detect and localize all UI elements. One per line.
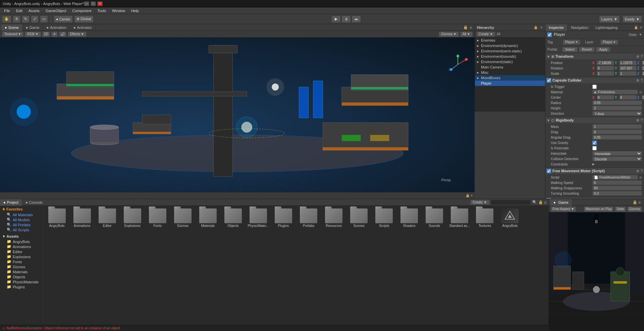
assets-editor[interactable]: 📁 Editor <box>0 249 43 254</box>
hierarchy-item-enemies[interactable]: ▶ Enemies <box>475 38 545 43</box>
menu-component[interactable]: Component <box>69 8 94 13</box>
tab-project[interactable]: ● Project <box>0 199 22 206</box>
position-x-input[interactable] <box>597 60 614 65</box>
fav-all-scripts[interactable]: 🔍 All Scripts <box>0 227 43 232</box>
inspector-menu-btn[interactable]: ≡ <box>639 26 643 29</box>
play-button[interactable]: ▶ <box>331 15 341 23</box>
favorites-header[interactable]: ★ Favorites <box>0 206 43 212</box>
rotation-x-input[interactable] <box>597 66 614 70</box>
game-menu-btn[interactable]: ≡ <box>639 200 641 204</box>
fmm-settings-btn[interactable]: ⚙ <box>636 169 639 173</box>
transform-help-btn[interactable]: ? <box>641 55 643 58</box>
menu-assets[interactable]: Assets <box>26 8 42 13</box>
folder-standard-assets[interactable]: Standard as... <box>448 207 472 229</box>
direction-select[interactable]: Y-Axis <box>592 111 642 116</box>
layout-dropdown[interactable]: Easily ▼ <box>623 15 642 23</box>
step-button[interactable]: ⏭ <box>352 15 361 23</box>
fmm-script-ref[interactable]: 📄 FreeMovementMotor <box>592 175 638 180</box>
is-trigger-checkbox[interactable] <box>592 85 597 89</box>
game-canvas[interactable]: ⏸ <box>549 212 644 331</box>
stats-btn[interactable]: Stats <box>615 206 626 212</box>
assets-explosions[interactable]: 📁 Explosions <box>0 254 43 259</box>
menu-window[interactable]: Window <box>109 8 128 13</box>
position-y-input[interactable] <box>619 60 637 65</box>
scale-y-input[interactable] <box>619 71 637 76</box>
tab-scene[interactable]: ● Scene <box>1 24 22 31</box>
assets-animations[interactable]: 📁 Animations <box>0 244 43 249</box>
rigidbody-help-btn[interactable]: ? <box>641 119 643 122</box>
fav-all-models[interactable]: 🔍 All Models <box>0 217 43 222</box>
prefab-apply-btn[interactable]: Apply <box>596 47 610 52</box>
interpolate-select[interactable]: Interpolate <box>592 151 642 156</box>
effects-dropdown[interactable]: Effects ▼ <box>68 32 87 37</box>
project-create-btn[interactable]: Create ▼ <box>470 200 489 205</box>
assets-plugins[interactable]: 📁 Plugins <box>0 284 43 289</box>
height-input[interactable] <box>592 106 642 110</box>
folder-shaders[interactable]: Shaders <box>397 207 421 229</box>
project-menu-btn[interactable]: ≡ <box>544 200 546 204</box>
menu-gameobject[interactable]: GameObject <box>43 8 69 13</box>
material-ref[interactable]: ◈ Frictionless <box>592 90 638 94</box>
collision-detection-select[interactable]: Discrete <box>592 156 642 161</box>
aspect-ratio-dropdown[interactable]: Free Aspect ▼ <box>551 206 576 212</box>
assets-physic-materials[interactable]: 📁 PhysicMaterials <box>0 279 43 284</box>
tab-inspector[interactable]: Inspector <box>545 24 568 31</box>
game-gizmos-btn[interactable]: Gizmos <box>627 206 642 212</box>
maximize-button[interactable]: □ <box>91 1 96 6</box>
folder-prefabs[interactable]: Prefabs <box>297 207 321 229</box>
gizmos-dropdown[interactable]: Gizmos ▼ <box>439 32 459 37</box>
folder-materials[interactable]: Materials <box>196 207 220 229</box>
angular-drag-input[interactable] <box>592 135 642 140</box>
folder-sounds[interactable]: Sounds <box>423 207 446 229</box>
rigidbody-header[interactable]: ▼ ⬡ Rigidbody ⚙ ? <box>545 117 644 123</box>
2d-mode-btn[interactable]: 2D <box>42 32 50 37</box>
maximize-on-play-btn[interactable]: Maximize on Play <box>584 206 613 212</box>
fmm-script-picker-icon[interactable]: ⊙ <box>639 176 642 179</box>
scale-x-input[interactable] <box>597 71 614 76</box>
walking-snappyness-input[interactable] <box>592 186 642 190</box>
transform-header[interactable]: ▼ ⊞ Transform ⚙ ? <box>545 53 644 59</box>
project-search-input[interactable] <box>491 200 531 205</box>
use-gravity-checkbox[interactable] <box>592 141 597 145</box>
game-lock-btn[interactable]: 🔒 <box>633 200 637 204</box>
close-button[interactable]: ✕ <box>97 1 103 6</box>
folder-angrybots-unity[interactable]: AngryBots <box>498 207 522 229</box>
minimize-button[interactable]: ─ <box>84 1 89 6</box>
hierarchy-item-main-camera[interactable]: Main Camera <box>475 64 545 70</box>
pivot-space-btn[interactable]: ⊕ Global <box>74 15 94 23</box>
folder-resources[interactable]: Resources <box>322 207 346 229</box>
rect-tool[interactable]: ▭ <box>40 15 48 23</box>
lighting-btn[interactable]: ☀ <box>51 32 58 37</box>
assets-angrybots[interactable]: 📁 AngryBots <box>0 239 43 244</box>
folder-plugins[interactable]: Plugins <box>271 207 295 229</box>
hierarchy-item-moodboxes[interactable]: ▶ MoodBoxes <box>475 75 545 81</box>
folder-animations[interactable]: Animations <box>70 207 94 229</box>
assets-fonts[interactable]: 📁 Fonts <box>0 259 43 264</box>
capsule-collider-help-btn[interactable]: ? <box>641 79 643 82</box>
radius-input[interactable] <box>592 100 642 105</box>
move-tool[interactable]: ✛ <box>13 15 20 23</box>
scale-tool[interactable]: ⤢ <box>31 15 39 23</box>
fav-all-prefabs[interactable]: 🔍 All Prefabs <box>0 222 43 227</box>
material-picker-icon[interactable]: ⊙ <box>639 90 642 94</box>
rotation-y-input[interactable] <box>619 66 637 70</box>
folder-gizmos[interactable]: Gizmos <box>171 207 195 229</box>
folder-fonts[interactable]: Fonts <box>146 207 169 229</box>
audio-btn[interactable]: 🔊 <box>59 32 66 37</box>
folder-angrybots[interactable]: AngryBots <box>45 207 69 229</box>
prefab-select-btn[interactable]: Select <box>562 47 578 52</box>
rigidbody-settings-btn[interactable]: ⚙ <box>636 119 639 122</box>
center-x-input[interactable] <box>597 95 614 100</box>
position-z-input[interactable] <box>642 60 644 65</box>
object-name-field[interactable]: Player <box>554 32 627 37</box>
turning-smoothing-input[interactable] <box>592 191 642 196</box>
assets-materials[interactable]: 📁 Materials <box>0 269 43 274</box>
menu-tools[interactable]: Tools <box>95 8 109 13</box>
hierarchy-item-misc[interactable]: ▶ Misc <box>475 70 545 75</box>
fav-all-materials[interactable]: 🔍 All Materials <box>0 212 43 217</box>
scene-viewport[interactable]: Persp X Y Z <box>0 38 475 192</box>
drag-input[interactable] <box>592 130 642 134</box>
assets-gizmos[interactable]: 📁 Gizmos <box>0 264 43 269</box>
fmm-help-btn[interactable]: ? <box>641 169 643 173</box>
scale-z-input[interactable] <box>642 71 644 76</box>
